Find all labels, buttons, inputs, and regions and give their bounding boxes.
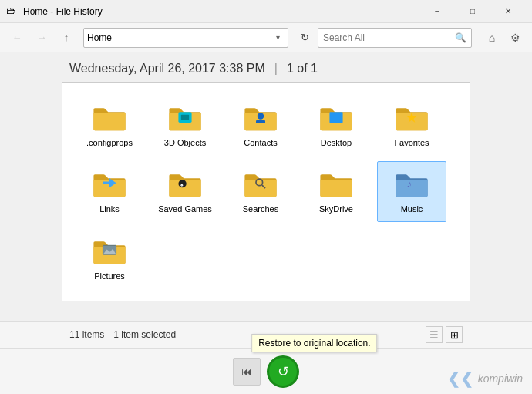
file-label: Pictures <box>94 271 125 281</box>
folder-icon <box>318 102 355 134</box>
folder-icon: ♠ <box>167 168 204 200</box>
status-bar: 11 items 1 item selected ☰ ⊞ <box>0 321 532 348</box>
address-dropdown-button[interactable]: ▾ <box>271 30 285 45</box>
forward-button[interactable]: → <box>31 27 52 49</box>
svg-text:♪: ♪ <box>406 179 412 190</box>
svg-text:♠: ♠ <box>180 182 184 187</box>
folder-icon <box>318 168 355 200</box>
page-indicator: 1 of 1 <box>287 62 318 76</box>
svg-point-2 <box>258 113 264 120</box>
item-count: 11 items <box>69 329 104 340</box>
folder-icon <box>91 235 128 268</box>
file-label: Music <box>401 204 423 214</box>
watermark-text: kompiwin <box>478 372 523 385</box>
search-bar: 🔍 <box>318 28 472 48</box>
grid-view-button[interactable]: ⊞ <box>446 326 463 343</box>
folder-icon <box>167 102 204 134</box>
folder-icon <box>242 168 279 200</box>
file-label: Desktop <box>321 137 352 148</box>
file-item[interactable]: 3D Objects <box>150 95 220 155</box>
toolbar: ← → ↑ ▾ ↻ 🔍 ⌂ ⚙ <box>0 23 532 52</box>
folder-icon: ♪ <box>393 168 430 200</box>
file-label: SkyDrive <box>319 204 353 214</box>
file-label: Links <box>99 204 120 214</box>
search-input[interactable] <box>323 32 455 43</box>
folder-icon <box>91 102 128 134</box>
app-icon: 🗁 <box>6 5 19 18</box>
file-label: Saved Games <box>158 204 212 214</box>
file-label: Contacts <box>244 137 277 148</box>
up-button[interactable]: ↑ <box>56 27 77 49</box>
close-button[interactable]: ✕ <box>490 0 526 23</box>
svg-rect-3 <box>256 120 265 123</box>
address-bar: ▾ <box>83 28 288 48</box>
back-button[interactable]: ← <box>6 27 28 49</box>
file-item[interactable]: .configprops <box>75 95 144 155</box>
folder-icon <box>393 102 430 134</box>
toolbar-right: ⌂ ⚙ <box>481 27 526 49</box>
file-item[interactable]: Contacts <box>226 95 295 155</box>
search-button[interactable]: 🔍 <box>455 32 466 43</box>
file-item[interactable]: Links <box>75 161 144 221</box>
file-item[interactable]: Desktop <box>301 95 371 155</box>
home-icon-button[interactable]: ⌂ <box>481 27 503 49</box>
file-label: 3D Objects <box>164 137 206 148</box>
svg-rect-1 <box>181 115 189 120</box>
selected-count: 1 item selected <box>113 329 176 340</box>
separator: | <box>274 62 278 76</box>
restore-button[interactable]: ↺ <box>267 355 299 388</box>
watermark: ❮❮ kompiwin <box>447 369 523 388</box>
file-item[interactable]: Pictures <box>75 228 144 288</box>
settings-icon-button[interactable]: ⚙ <box>504 27 526 49</box>
skip-back-button[interactable]: ⏮ <box>233 358 261 386</box>
address-input[interactable] <box>87 32 271 43</box>
date-text: Wednesday, April 26, 2017 3:38 PM <box>69 62 265 76</box>
file-grid: .configprops 3D Objects Contacts Desktop… <box>75 95 457 288</box>
file-label: Favorites <box>394 137 429 148</box>
file-item[interactable]: Searches <box>226 161 295 221</box>
title-bar-controls: − □ ✕ <box>419 0 526 23</box>
minimize-button[interactable]: − <box>419 0 455 23</box>
file-item[interactable]: ♪ Music <box>377 161 446 221</box>
watermark-logo: ❮❮ <box>447 369 473 388</box>
list-view-button[interactable]: ☰ <box>426 326 443 343</box>
date-bar: Wednesday, April 26, 2017 3:38 PM | 1 of… <box>0 52 532 82</box>
view-controls: ☰ ⊞ <box>426 326 463 343</box>
title-bar: 🗁 Home - File History − □ ✕ <box>0 0 532 23</box>
main-content: .configprops 3D Objects Contacts Desktop… <box>62 82 470 301</box>
maximize-button[interactable]: □ <box>455 0 490 23</box>
file-label: .configprops <box>86 137 133 148</box>
svg-rect-4 <box>329 112 342 123</box>
restore-container: ↺ Restore to original location. <box>267 355 299 388</box>
folder-icon <box>242 102 279 134</box>
folder-icon <box>91 168 128 200</box>
file-item[interactable]: SkyDrive <box>301 161 371 221</box>
file-item[interactable]: Favorites <box>377 95 446 155</box>
refresh-button[interactable]: ↻ <box>295 28 315 48</box>
title-bar-text: Home - File History <box>23 6 419 17</box>
file-label: Searches <box>243 204 278 214</box>
file-item[interactable]: ♠ Saved Games <box>150 161 220 221</box>
